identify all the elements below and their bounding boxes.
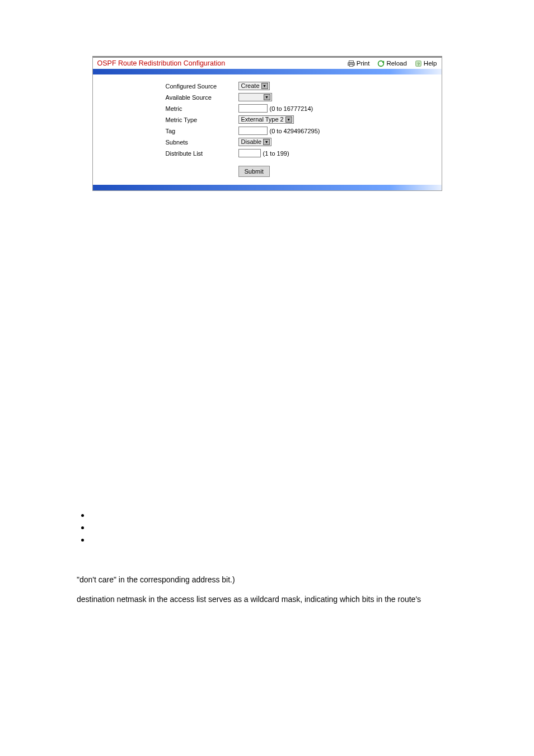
label-tag: Tag bbox=[99, 128, 238, 134]
bullet-list bbox=[90, 510, 469, 547]
chevron-down-icon: ▼ bbox=[285, 116, 292, 123]
row-subnets: Subnets Disable ▼ bbox=[99, 137, 436, 147]
config-panel: OSPF Route Redistribution Configuration … bbox=[92, 56, 442, 191]
tag-hint: (0 to 4294967295) bbox=[270, 128, 320, 134]
svg-rect-2 bbox=[349, 64, 353, 66]
help-link[interactable]: ? Help bbox=[415, 60, 437, 67]
row-configured-source: Configured Source Create ▼ bbox=[99, 81, 436, 91]
page-title: OSPF Route Redistribution Configuration bbox=[97, 59, 340, 67]
metric-hint: (0 to 16777214) bbox=[270, 105, 313, 112]
distribute-list-input[interactable] bbox=[238, 149, 261, 157]
panel-header: OSPF Route Redistribution Configuration … bbox=[93, 58, 442, 69]
reload-label: Reload bbox=[386, 60, 406, 67]
label-configured-source: Configured Source bbox=[99, 83, 238, 90]
reload-icon bbox=[377, 60, 385, 67]
label-metric-type: Metric Type bbox=[99, 116, 238, 123]
print-label: Print bbox=[357, 60, 370, 67]
subnets-select[interactable]: Disable ▼ bbox=[238, 138, 272, 146]
list-item bbox=[90, 535, 469, 547]
paragraph-1: "don't care" in the corresponding addres… bbox=[77, 574, 469, 586]
form-area: Configured Source Create ▼ Available Sou… bbox=[93, 74, 442, 185]
chevron-down-icon: ▼ bbox=[264, 94, 270, 100]
svg-point-3 bbox=[378, 60, 384, 66]
row-metric: Metric (0 to 16777214) bbox=[99, 103, 436, 114]
row-tag: Tag (0 to 4294967295) bbox=[99, 125, 436, 136]
svg-text:?: ? bbox=[417, 61, 420, 66]
paragraph-2: destination netmask in the access list s… bbox=[77, 594, 469, 605]
tag-input[interactable] bbox=[238, 127, 268, 135]
label-distribute-list: Distribute List bbox=[99, 150, 238, 157]
print-link[interactable]: Print bbox=[348, 60, 370, 67]
row-metric-type: Metric Type External Type 2 ▼ bbox=[99, 114, 436, 125]
chevron-down-icon: ▼ bbox=[261, 83, 268, 89]
submit-button[interactable]: Submit bbox=[238, 166, 270, 177]
reload-link[interactable]: Reload bbox=[377, 60, 406, 67]
body-text-block: "don't care" in the corresponding addres… bbox=[77, 510, 469, 605]
configured-source-select[interactable]: Create ▼ bbox=[238, 82, 270, 90]
label-available-source: Available Source bbox=[99, 94, 238, 101]
row-available-source: Available Source ▼ bbox=[99, 92, 436, 102]
help-icon: ? bbox=[415, 60, 422, 67]
metric-type-value: External Type 2 bbox=[241, 116, 284, 123]
print-icon bbox=[348, 60, 355, 67]
metric-input[interactable] bbox=[238, 104, 268, 113]
list-item bbox=[90, 522, 469, 535]
svg-rect-0 bbox=[349, 60, 353, 62]
chevron-down-icon: ▼ bbox=[263, 139, 270, 145]
divider-bar-top bbox=[93, 69, 442, 74]
help-label: Help bbox=[424, 60, 437, 67]
divider-bar-bottom bbox=[93, 185, 442, 190]
configured-source-value: Create bbox=[241, 82, 260, 90]
label-subnets: Subnets bbox=[99, 139, 238, 146]
distribute-list-hint: (1 to 199) bbox=[263, 150, 289, 157]
row-distribute-list: Distribute List (1 to 199) bbox=[99, 148, 436, 158]
list-item bbox=[90, 510, 469, 522]
available-source-select[interactable]: ▼ bbox=[238, 93, 272, 101]
subnets-value: Disable bbox=[241, 138, 262, 146]
metric-type-select[interactable]: External Type 2 ▼ bbox=[238, 115, 294, 124]
label-metric: Metric bbox=[99, 105, 238, 112]
